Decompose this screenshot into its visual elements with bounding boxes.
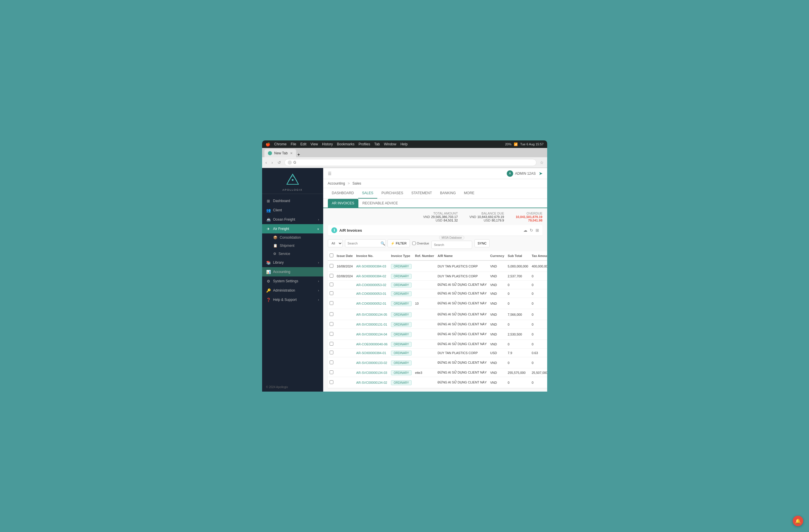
table-row: AR-SVC00000134-05 ORDINARY ĐỪNG AI SỬ DỤ…: [328, 309, 547, 320]
view-menu[interactable]: View: [310, 142, 318, 146]
col-tax-amount: Tax Amount: [530, 251, 547, 261]
cell-invoice-type: ORDINARY: [389, 349, 413, 357]
grid-view-button[interactable]: ⊞: [536, 228, 539, 233]
cell-invoice-no[interactable]: AR-SOI00000384-03: [355, 261, 390, 272]
air-freight-chevron: ∨: [317, 227, 319, 231]
datetime: Tue 6 Aug 15:57: [520, 142, 544, 146]
row-checkbox[interactable]: [330, 370, 333, 374]
cell-invoice-no[interactable]: AR-SVC00000134-02: [355, 377, 390, 388]
sidebar-item-service[interactable]: ⚙ Service: [262, 250, 323, 258]
row-checkbox[interactable]: [330, 291, 333, 295]
table-row: AR-SVC00000134-04 ORDINARY ĐỪNG AI SỬ DỤ…: [328, 329, 547, 340]
tab-dashboard[interactable]: DASHBOARD: [328, 188, 358, 198]
table-body: 16/08/2024 AR-SOI00000384-03 ORDINARY DU…: [328, 261, 547, 388]
sidebar-item-library[interactable]: 📚 Library ›: [262, 258, 323, 267]
row-checkbox[interactable]: [330, 322, 333, 326]
cell-ref-number: [413, 289, 436, 298]
profiles-menu[interactable]: Profiles: [358, 142, 370, 146]
cell-invoice-no[interactable]: AR-SOI00000384-01: [355, 349, 390, 357]
history-menu[interactable]: History: [322, 142, 333, 146]
refresh-data-button[interactable]: ↻: [530, 228, 533, 233]
footer-copyright: © 2024 Apollogix: [266, 386, 288, 389]
row-checkbox[interactable]: [330, 342, 333, 345]
cell-invoice-type: ORDINARY: [389, 320, 413, 329]
row-checkbox[interactable]: [330, 283, 333, 286]
browser-chrome: New Tab ✕ + ‹ › ↺ G ☆: [262, 148, 547, 168]
row-checkbox[interactable]: [330, 332, 333, 336]
notification-button[interactable]: 🔔: [793, 516, 803, 526]
back-button[interactable]: ‹: [264, 160, 268, 165]
row-checkbox[interactable]: [330, 312, 333, 316]
cell-invoice-no[interactable]: AR-COI00000053-02: [355, 281, 390, 289]
help-menu[interactable]: Help: [400, 142, 408, 146]
table-header-row: Issue Date Invoice No. Invoice Type Ref.…: [328, 251, 547, 261]
edit-menu[interactable]: Edit: [300, 142, 307, 146]
cloud-icon-button[interactable]: ☁: [523, 228, 528, 233]
sync-button[interactable]: SYNC: [475, 239, 490, 247]
sidebar-item-ocean-freight[interactable]: 🚢 Ocean Freight ›: [262, 215, 323, 224]
sidebar-item-dashboard-label: Dashboard: [273, 199, 290, 203]
row-checkbox[interactable]: [330, 301, 333, 305]
cell-issue-date: [335, 368, 355, 377]
cell-ar-name: ĐỪNG AI SỬ DỤNG CLIENT NÀY: [436, 298, 488, 309]
window-menu[interactable]: Window: [384, 142, 396, 146]
balance-due-col: BALANCE DUE VND10,843,692,679.19 USD80,1…: [469, 212, 504, 222]
cell-invoice-no[interactable]: AR-SVC00000134-04: [355, 329, 390, 340]
tab-statement[interactable]: STATEMENT: [407, 188, 436, 198]
cell-invoice-no[interactable]: AR-SVC00000133-02: [355, 357, 390, 368]
col-invoice-type: Invoice Type: [389, 251, 413, 261]
cell-invoice-no[interactable]: AR-SVC00000131-01: [355, 320, 390, 329]
sidebar-item-air-freight[interactable]: ✈ Air Freight ∨: [262, 224, 323, 233]
address-bar[interactable]: G: [285, 159, 536, 166]
overdue-checkbox[interactable]: [412, 242, 416, 245]
sidebar-item-consolidation[interactable]: 📦 Consolidation: [262, 233, 323, 242]
bookmark-button[interactable]: ☆: [539, 160, 545, 165]
hamburger-icon[interactable]: ☰: [328, 171, 332, 176]
refresh-button[interactable]: ↺: [276, 160, 282, 165]
cell-invoice-no[interactable]: AR-COE00000040-06: [355, 340, 390, 349]
cell-invoice-no[interactable]: AR-COI00000052-01: [355, 298, 390, 309]
row-checkbox[interactable]: [330, 351, 333, 354]
row-checkbox-cell: [328, 349, 335, 357]
new-tab-button[interactable]: +: [297, 152, 300, 157]
sidebar-item-accounting[interactable]: 📊 Accounting: [262, 267, 323, 277]
sidebar-item-dashboard[interactable]: ⊞ Dashboard: [262, 196, 323, 206]
sidebar-item-help-support[interactable]: ❓ Help & Support ›: [262, 295, 323, 304]
misa-search-input[interactable]: [431, 241, 472, 249]
subtab-receivable-advice[interactable]: RECEIVABLE ADVICE: [358, 199, 402, 208]
cell-currency: VND: [488, 340, 506, 349]
tab-more[interactable]: MORE: [460, 188, 479, 198]
sidebar-item-administration[interactable]: 🔑 Administration ›: [262, 286, 323, 295]
cell-invoice-no[interactable]: AR-SOI00000384-02: [355, 272, 390, 281]
row-checkbox[interactable]: [330, 360, 333, 364]
breadcrumb-parent[interactable]: Accounting: [328, 181, 345, 185]
cell-invoice-no[interactable]: AR-SVC00000134-05: [355, 309, 390, 320]
forward-button[interactable]: ›: [270, 160, 274, 165]
logout-icon[interactable]: ➤: [539, 171, 543, 176]
row-checkbox[interactable]: [330, 264, 333, 268]
search-input[interactable]: [345, 239, 386, 247]
cell-tax-amount: 0: [530, 377, 547, 388]
tab-menu[interactable]: Tab: [374, 142, 380, 146]
sidebar-item-client[interactable]: 👥 Client: [262, 206, 323, 215]
chrome-menu[interactable]: Chrome: [274, 142, 287, 146]
cell-invoice-no[interactable]: AR-SVC00000134-03: [355, 368, 390, 377]
active-tab[interactable]: New Tab ✕: [264, 149, 296, 157]
cell-invoice-no[interactable]: AR-COI00000053-01: [355, 289, 390, 298]
row-checkbox[interactable]: [330, 380, 333, 384]
close-tab-button[interactable]: ✕: [290, 152, 293, 155]
row-checkbox[interactable]: [330, 274, 333, 278]
tab-sales[interactable]: SALES: [358, 188, 378, 198]
filter-all-select[interactable]: All: [328, 239, 343, 247]
sidebar-item-shipment[interactable]: 📋 Shipment: [262, 242, 323, 250]
filter-button[interactable]: ⚡ FILTER: [388, 239, 410, 247]
subtab-ar-invoices[interactable]: AR INVOICES: [328, 199, 358, 208]
file-menu[interactable]: File: [291, 142, 296, 146]
total-vnd-label: VND: [423, 215, 430, 219]
bookmarks-menu[interactable]: Bookmarks: [337, 142, 354, 146]
tab-purchases[interactable]: PURCHASES: [377, 188, 407, 198]
tab-banking[interactable]: BANKING: [436, 188, 460, 198]
sidebar-item-system-settings[interactable]: ⚙ System Settings ›: [262, 277, 323, 286]
row-checkbox-cell: [328, 357, 335, 368]
select-all-checkbox[interactable]: [330, 253, 333, 257]
